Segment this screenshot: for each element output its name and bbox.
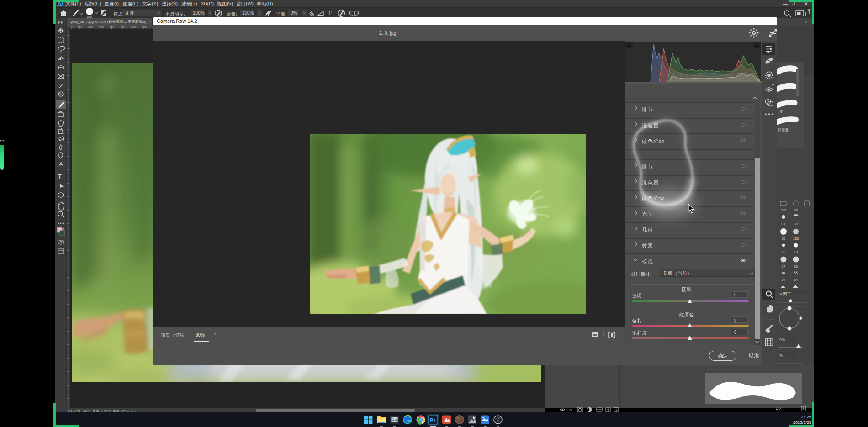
svg-text:500: 500 — [99, 26, 104, 29]
svg-text:和蓝叠: 和蓝叠 — [778, 128, 789, 132]
svg-text:900: 900 — [142, 26, 147, 29]
svg-text:9%: 9% — [779, 337, 785, 342]
svg-text:0: 0 — [73, 26, 74, 29]
svg-text:600: 600 — [110, 26, 115, 29]
svg-text:12: 12 — [782, 250, 785, 254]
svg-text:%: % — [779, 353, 783, 358]
svg-text:度: 度 — [779, 110, 783, 114]
svg-text:9 囡工: 9 囡工 — [779, 292, 791, 296]
svg-text:Ps: Ps — [430, 418, 436, 423]
svg-text:34: 34 — [794, 278, 798, 282]
svg-text:T: T — [58, 173, 62, 180]
svg-text:300: 300 — [78, 26, 83, 29]
svg-text:35: 35 — [794, 264, 798, 269]
svg-text:700: 700 — [121, 26, 126, 29]
svg-text:fx: fx — [569, 408, 572, 412]
svg-text:400: 400 — [88, 26, 93, 29]
svg-text:800: 800 — [131, 26, 136, 29]
svg-text:19: 19 — [794, 250, 798, 254]
svg-text:127: 127 — [793, 222, 799, 226]
svg-text:625: 625 — [87, 15, 92, 18]
svg-text:27: 27 — [782, 264, 785, 269]
svg-text:00: 00 — [794, 208, 798, 212]
svg-text:50: 50 — [782, 237, 785, 241]
svg-text:14: 14 — [782, 278, 785, 282]
svg-text:112: 112 — [781, 208, 786, 212]
svg-text:100: 100 — [781, 222, 787, 226]
svg-text:183: 183 — [793, 237, 799, 241]
